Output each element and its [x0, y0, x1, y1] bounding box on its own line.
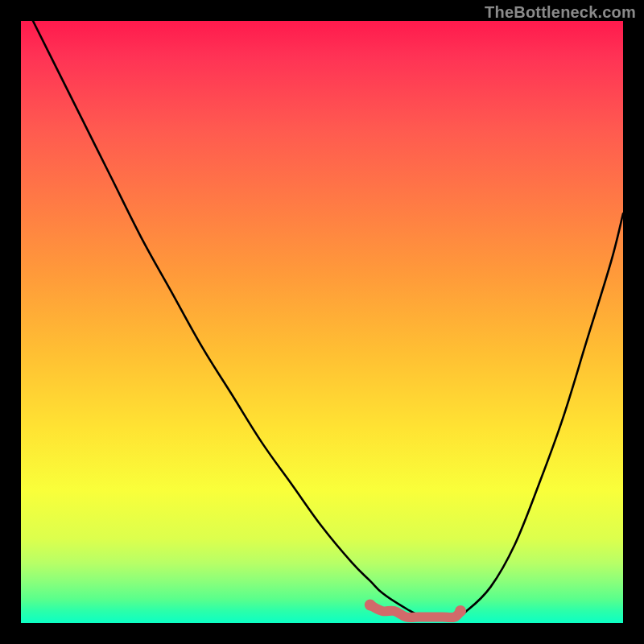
watermark-text: TheBottleneck.com	[485, 3, 636, 22]
marker-strip	[370, 605, 460, 618]
curve-path	[33, 21, 623, 618]
chart-frame: TheBottleneck.com	[0, 0, 644, 644]
marker-end-dot	[455, 605, 466, 617]
chart-svg	[21, 21, 623, 623]
marker-start-dot	[365, 600, 376, 611]
plot-area	[21, 21, 623, 623]
